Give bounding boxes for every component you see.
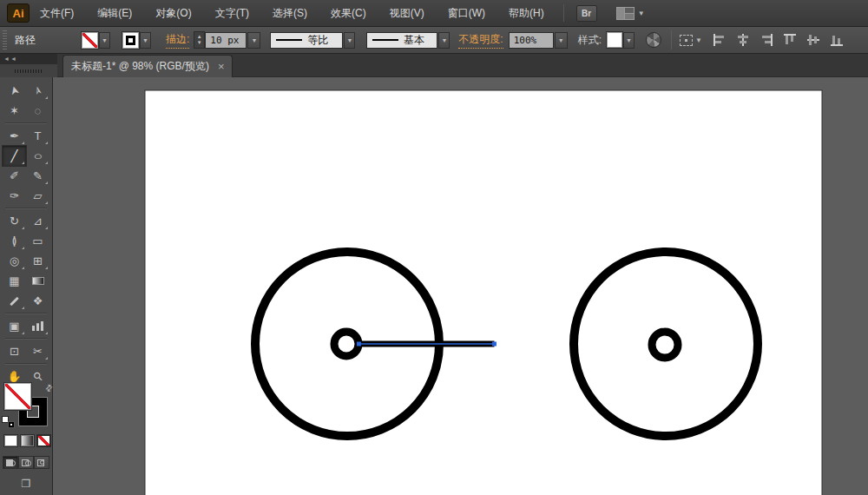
style-label: 样式: bbox=[578, 33, 602, 48]
blob-brush-tool[interactable]: ✑ bbox=[3, 186, 26, 206]
menu-separator bbox=[563, 4, 564, 22]
artwork-svg bbox=[53, 77, 868, 495]
free-transform-tool[interactable]: ▭ bbox=[26, 231, 49, 251]
line-segment-tool[interactable]: ╱ bbox=[3, 146, 26, 166]
menu-item[interactable]: 视图(V) bbox=[390, 6, 424, 21]
vertical-align-center-button[interactable] bbox=[805, 32, 822, 48]
bridge-button[interactable]: Br bbox=[576, 5, 597, 22]
tool-group-separator bbox=[5, 313, 47, 314]
tab-close-icon[interactable]: × bbox=[218, 61, 225, 72]
control-bar-grip[interactable] bbox=[3, 30, 7, 50]
workspace-switcher[interactable]: ▼ bbox=[616, 7, 645, 20]
artboard-tool[interactable]: ⊡ bbox=[3, 341, 26, 361]
menu-item[interactable]: 帮助(H) bbox=[509, 6, 544, 21]
style-swatch[interactable] bbox=[607, 32, 622, 48]
eyedropper-tool[interactable] bbox=[3, 291, 26, 311]
toolbar-collapse-button[interactable]: ◄◄ bbox=[0, 54, 57, 64]
stroke-weight-stepper[interactable]: ▲▼ bbox=[194, 31, 205, 49]
zoom-tool-icon: ⚲ bbox=[31, 370, 45, 384]
default-fill-stroke-button[interactable] bbox=[2, 416, 15, 428]
horizontal-align-left-button[interactable] bbox=[711, 32, 728, 48]
slice-tool-icon: ✂ bbox=[33, 346, 43, 357]
stroke-profile-preview bbox=[276, 39, 302, 41]
tool-group-separator bbox=[5, 363, 47, 365]
fill-color-swatch[interactable] bbox=[82, 32, 98, 49]
width-tool[interactable]: ≬ bbox=[3, 231, 26, 251]
vertical-align-bottom-button[interactable] bbox=[828, 32, 845, 48]
stroke-color-swatch[interactable] bbox=[122, 32, 139, 49]
menu-item[interactable]: 对象(O) bbox=[155, 6, 191, 21]
flyout-indicator bbox=[22, 227, 24, 229]
horizontal-align-right-button[interactable] bbox=[758, 32, 775, 48]
direct-selection-tool[interactable]: ➢ bbox=[26, 81, 49, 101]
gradient-tool[interactable] bbox=[26, 271, 49, 291]
selection-anchor-start[interactable] bbox=[357, 342, 361, 346]
style-dropdown[interactable]: ▼ bbox=[623, 32, 635, 49]
magic-wand-tool-icon: ✶ bbox=[10, 105, 19, 116]
color-button[interactable] bbox=[3, 434, 18, 447]
document-tab-title: 未标题-1* @ 98% (RGB/预览) bbox=[71, 59, 209, 74]
app-logo: Ai bbox=[7, 3, 30, 23]
stroke-weight-dropdown[interactable]: ▼ bbox=[247, 32, 260, 49]
align-to-selection-button[interactable]: ▼ bbox=[680, 35, 702, 46]
menu-item[interactable]: 效果(C) bbox=[331, 6, 366, 21]
draw-inside-button[interactable] bbox=[34, 456, 49, 469]
magic-wand-tool[interactable]: ✶ bbox=[3, 101, 26, 121]
pen-tool[interactable]: ✒ bbox=[3, 126, 26, 146]
brush-dropdown[interactable]: ▼ bbox=[438, 32, 450, 49]
menu-item[interactable]: 窗口(W) bbox=[448, 6, 485, 21]
horizontal-align-center-button[interactable] bbox=[734, 32, 752, 48]
opacity-input[interactable]: 100% bbox=[509, 32, 554, 49]
width-profile-dropdown[interactable]: ▼ bbox=[344, 32, 355, 49]
flyout-indicator bbox=[45, 227, 48, 229]
flyout-indicator bbox=[45, 267, 48, 269]
flyout-indicator bbox=[45, 201, 48, 204]
fill-proxy-swatch[interactable] bbox=[4, 383, 31, 410]
brush-definition-select[interactable]: 基本 bbox=[366, 32, 437, 49]
blob-brush-tool-icon: ✑ bbox=[10, 190, 19, 201]
menu-item[interactable]: 编辑(E) bbox=[97, 6, 132, 21]
selection-anchor-end[interactable] bbox=[492, 342, 496, 346]
stroke-weight-input[interactable]: 10 px bbox=[205, 32, 247, 49]
lasso-tool[interactable]: ◌ bbox=[26, 101, 49, 121]
opacity-dropdown[interactable]: ▼ bbox=[555, 32, 568, 49]
type-tool[interactable]: T bbox=[26, 126, 49, 146]
gradient-button[interactable] bbox=[20, 434, 35, 447]
slice-tool[interactable]: ✂ bbox=[26, 341, 49, 361]
document-tab[interactable]: 未标题-1* @ 98% (RGB/预览) × bbox=[62, 55, 233, 77]
scale-tool[interactable]: ⊿ bbox=[26, 211, 49, 231]
stroke-dropdown-arrow[interactable]: ▼ bbox=[140, 32, 151, 49]
opacity-panel-link[interactable]: 不透明度: bbox=[458, 32, 503, 49]
eyedropper-tool-icon bbox=[10, 296, 19, 306]
paintbrush-tool[interactable]: ✐ bbox=[3, 166, 26, 186]
horizontal-align-left-icon bbox=[713, 34, 726, 46]
ellipse-tool[interactable]: ○ bbox=[26, 146, 49, 166]
perspective-grid-tool[interactable]: ⊞ bbox=[26, 251, 49, 271]
shape-builder-tool[interactable]: ◎ bbox=[3, 251, 26, 271]
column-graph-tool[interactable] bbox=[26, 316, 49, 336]
recolor-artwork-icon[interactable] bbox=[646, 32, 661, 48]
mesh-tool[interactable]: ▦ bbox=[3, 271, 26, 291]
screen-mode-button[interactable]: ❐ bbox=[14, 477, 38, 491]
eraser-tool[interactable]: ▱ bbox=[26, 186, 49, 206]
toolbar-grip[interactable] bbox=[0, 64, 57, 77]
pencil-tool[interactable]: ✎ bbox=[26, 166, 49, 186]
fill-dropdown-arrow[interactable]: ▼ bbox=[99, 32, 110, 49]
menu-item[interactable]: 文字(T) bbox=[215, 6, 249, 21]
selection-tool[interactable]: ➤ bbox=[3, 81, 26, 101]
horizontal-align-center-icon bbox=[737, 34, 749, 46]
menu-item[interactable]: 选择(S) bbox=[273, 6, 307, 21]
rotate-tool[interactable]: ↻ bbox=[3, 211, 26, 231]
width-profile-select[interactable]: 等比 bbox=[270, 32, 343, 49]
none-button[interactable] bbox=[36, 434, 51, 447]
menu-item[interactable]: 文件(F) bbox=[40, 6, 74, 21]
canvas-area[interactable] bbox=[53, 77, 868, 495]
shape-builder-tool-icon: ◎ bbox=[10, 255, 19, 267]
blend-tool[interactable]: ❖ bbox=[26, 291, 49, 311]
symbol-sprayer-tool[interactable]: ▣ bbox=[3, 316, 26, 336]
vertical-align-top-button[interactable] bbox=[781, 32, 799, 48]
bounding-box-icon bbox=[680, 35, 693, 46]
draw-normal-button[interactable] bbox=[3, 456, 18, 469]
stroke-panel-link[interactable]: 描边: bbox=[166, 32, 189, 49]
draw-behind-button[interactable] bbox=[18, 456, 34, 469]
